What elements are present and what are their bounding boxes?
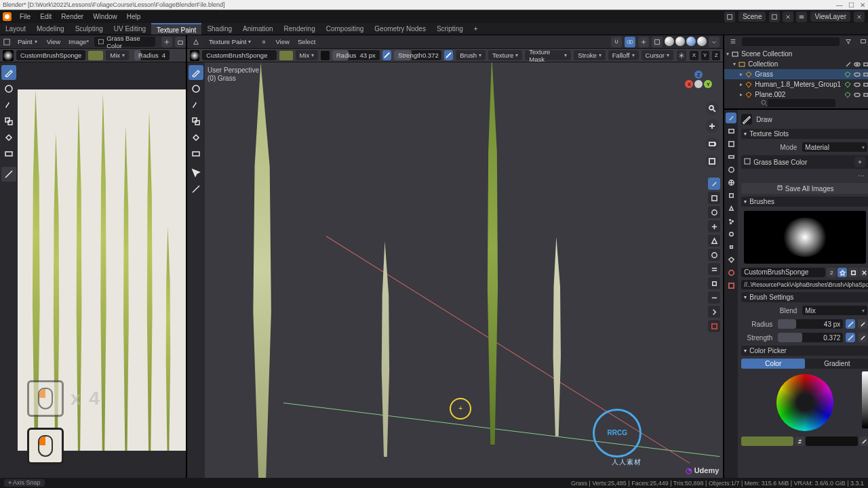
menu-help[interactable]: Help — [123, 10, 145, 23]
it-render-icon[interactable] — [863, 71, 868, 78]
ptab-constraint-icon[interactable] — [726, 241, 736, 252]
scene-new-icon[interactable] — [769, 12, 780, 22]
vp-mode-select[interactable]: Texture Paint — [205, 37, 255, 47]
vp-cursor-dd[interactable]: Cursor — [642, 50, 674, 60]
outliner-root[interactable]: ▾ Scene Collection — [724, 49, 868, 59]
shading-matprev-icon[interactable] — [686, 37, 696, 46]
image-canvas[interactable]: x 4 — [0, 62, 186, 478]
vp-color-swatch[interactable] — [279, 51, 292, 60]
ptab-scene-icon[interactable] — [726, 164, 736, 175]
texture-slot-item[interactable]: Grass Base Color — [741, 155, 868, 169]
vp-sym-icon[interactable] — [677, 50, 686, 61]
minimize-icon[interactable]: — — [836, 1, 843, 9]
panel-texture-slots[interactable]: Texture Slots — [741, 129, 868, 139]
ws-tab-shading[interactable]: Shading — [201, 23, 237, 35]
vp-pivot-icon[interactable] — [258, 37, 269, 47]
vptool-draw-icon[interactable] — [189, 65, 203, 80]
vp-blend-select[interactable]: Mix — [296, 50, 319, 60]
color-wheel[interactable] — [776, 374, 833, 431]
vp-select-menu[interactable]: Select — [295, 38, 318, 45]
ptab-material-icon[interactable] — [726, 267, 736, 278]
outliner-type-icon[interactable] — [728, 36, 738, 47]
paint-color-swatch[interactable] — [88, 51, 103, 60]
brush-users-badge[interactable]: 2 — [827, 268, 836, 277]
tool-smear-icon[interactable] — [1, 98, 16, 113]
ptab-render-icon[interactable] — [726, 125, 736, 136]
brush-path-field[interactable]: //..\ResourcePack\AlphaBrushes\BrushAlph… — [741, 280, 868, 289]
img-open-icon[interactable] — [175, 37, 186, 47]
brush-thumb-icon[interactable] — [3, 50, 14, 61]
np-1[interactable] — [708, 235, 720, 247]
vp-gizmo-icon[interactable] — [638, 37, 649, 47]
brush-fakeuser-icon[interactable] — [837, 268, 847, 277]
bs-blend-select[interactable]: Mix — [802, 306, 867, 315]
np-4[interactable] — [708, 277, 720, 289]
tool-draw-icon[interactable] — [1, 65, 16, 80]
panel-brushes[interactable]: Brushes — [741, 197, 868, 207]
bs-strength-slider[interactable]: 0.372 — [778, 333, 843, 342]
image-view-menu[interactable]: View — [44, 38, 63, 45]
viewlayer-field[interactable]: ViewLayer — [810, 12, 850, 22]
ws-tab-scripting[interactable]: Scripting — [431, 23, 469, 35]
vp-editor-type-icon[interactable] — [191, 37, 201, 47]
gizmo-y[interactable]: Y — [704, 80, 712, 88]
np-item-icon[interactable] — [708, 192, 720, 204]
outliner-collection[interactable]: ▾ Collection — [724, 59, 868, 69]
color-tab[interactable]: Color — [741, 359, 805, 369]
vp-tex-dd[interactable]: Texture — [488, 50, 522, 60]
menu-render[interactable]: Render — [57, 10, 87, 23]
bs-strength-pressure-icon[interactable] — [846, 333, 855, 342]
secondary-color-swatch[interactable] — [806, 436, 858, 446]
nav-pan-icon[interactable] — [705, 119, 719, 133]
save-all-images-button[interactable]: Save All Images — [741, 183, 868, 194]
nav-zoom-icon[interactable] — [705, 102, 719, 115]
np-edit-icon[interactable] — [708, 220, 720, 232]
scene-browse-icon[interactable] — [724, 12, 735, 22]
vp-xray-icon[interactable] — [652, 37, 663, 47]
ptab-viewlayer-icon[interactable] — [726, 151, 736, 162]
texslot-add-icon[interactable] — [854, 157, 865, 167]
panel-brush-settings[interactable]: Brush Settings — [741, 292, 868, 302]
outliner-item-grass[interactable]: ▸ Grass — [724, 69, 868, 79]
vptool-clone-icon[interactable] — [189, 114, 203, 129]
tool-annotate-icon[interactable] — [1, 167, 16, 182]
vp-view-menu[interactable]: View — [273, 38, 292, 45]
outliner-item-human[interactable]: ▸ Human_1.8_Meters_Group1 — [724, 79, 868, 89]
nav-gizmo[interactable]: Z X Y — [685, 70, 712, 98]
vp-texmask-dd[interactable]: Texture Mask — [525, 50, 571, 60]
ts-mode-select[interactable]: Material — [802, 142, 867, 152]
ws-tab-modeling[interactable]: Modeling — [31, 23, 70, 35]
ws-tab-geonodes[interactable]: Geometry Nodes — [369, 23, 431, 35]
tool-mask-icon[interactable] — [1, 146, 16, 161]
np-3[interactable] — [708, 263, 720, 275]
np-5[interactable] — [708, 291, 720, 304]
bs-strength-unit-icon[interactable] — [858, 333, 867, 342]
ws-tab-texturepaint[interactable]: Texture Paint — [151, 23, 201, 35]
tool-fill-icon[interactable] — [1, 130, 16, 145]
vptool-smear-icon[interactable] — [189, 98, 203, 113]
ws-tab-rendering[interactable]: Rendering — [279, 23, 321, 35]
close-icon[interactable]: ✕ — [860, 1, 865, 9]
value-strip[interactable] — [862, 371, 868, 428]
sym-x[interactable]: X — [690, 51, 698, 60]
outliner-tree[interactable]: ▾ Scene Collection ▾ Collection ▸ — [724, 47, 868, 98]
vptool-fill-icon[interactable] — [189, 130, 203, 145]
it-eye-icon[interactable] — [854, 71, 861, 78]
panel-color-picker[interactable]: Color Picker — [741, 346, 868, 356]
outliner-filter-input[interactable] — [768, 99, 835, 107]
ws-tab-sculpting[interactable]: Sculpting — [70, 23, 108, 35]
outliner-new-coll-icon[interactable] — [858, 36, 868, 47]
coll-render-icon[interactable] — [863, 61, 868, 68]
ts-uv-row[interactable]: ⋯ — [741, 171, 868, 180]
ws-tab-compositing[interactable]: Compositing — [321, 23, 370, 35]
image-mode-select[interactable]: Paint — [14, 37, 41, 47]
vp-overlays-icon[interactable] — [625, 37, 635, 47]
vp-strength-slider[interactable]: Strength 0.372 — [394, 50, 441, 60]
ptab-object-icon[interactable] — [726, 190, 736, 201]
viewlayer-browse-icon[interactable] — [796, 12, 807, 22]
brush-preview[interactable] — [744, 211, 866, 264]
vp-brush-thumb[interactable] — [190, 50, 199, 61]
bs-radius-unit-icon[interactable] — [858, 319, 867, 329]
editor-type-icon[interactable] — [3, 37, 10, 47]
maximize-icon[interactable]: ☐ — [848, 1, 854, 9]
